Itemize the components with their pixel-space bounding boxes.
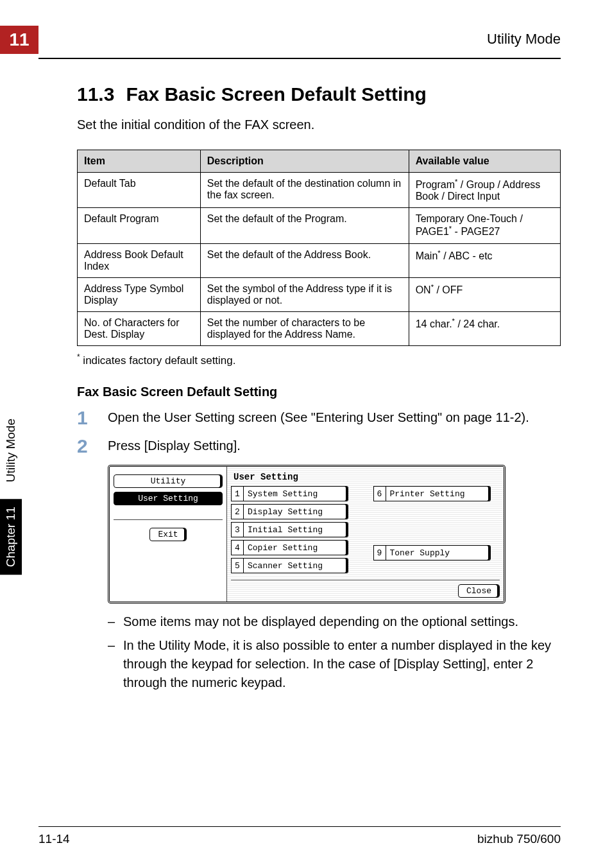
user-setting-tab[interactable]: User Setting (114, 492, 223, 505)
toner-supply-button[interactable]: 9Toner Supply (373, 545, 500, 560)
table-row: Default Program Set the default of the P… (78, 208, 561, 243)
copier-setting-button[interactable]: 4Copier Setting (231, 540, 358, 555)
col-header-available-value: Available value (409, 150, 560, 173)
utility-tab[interactable]: Utility (114, 474, 223, 488)
header-rule (38, 58, 561, 59)
cell-value: Program* / Group / Address Book / Direct… (409, 173, 560, 208)
section-number: 11.3 (77, 83, 114, 105)
chapter-tab: 11 (0, 26, 38, 54)
notes-list: –Some items may not be displayed dependi… (108, 612, 561, 692)
printer-setting-button[interactable]: 6Printer Setting (373, 486, 500, 501)
close-button[interactable]: Close (458, 584, 500, 598)
initial-setting-button[interactable]: 3Initial Setting (231, 522, 358, 537)
list-item: –Some items may not be displayed dependi… (108, 612, 561, 631)
intro-paragraph: Set the initial condition of the FAX scr… (77, 116, 561, 134)
cell-value: ON* / OFF (409, 277, 560, 311)
table-row: Address Book Default Index Set the defau… (78, 243, 561, 277)
step-text: Open the User Setting screen (See "Enter… (108, 408, 529, 427)
col-header-item: Item (78, 150, 201, 173)
device-screenshot: Utility User Setting Exit User Setting 1… (108, 465, 506, 603)
cell-desc: Set the default of the destination colum… (200, 173, 409, 208)
list-item: –In the Utility Mode, it is also possibl… (108, 636, 561, 692)
side-tab: Chapter 11 Utility Mode (0, 411, 22, 575)
col-header-description: Description (200, 150, 409, 173)
table-row: Default Tab Set the default of the desti… (78, 173, 561, 208)
footnote: * indicates factory default setting. (77, 352, 561, 367)
side-tab-mode: Utility Mode (0, 411, 22, 490)
product-name: bizhub 750/600 (477, 832, 561, 846)
settings-table: Item Description Available value Default… (77, 150, 561, 346)
step-2: 2 Press [Display Setting]. (77, 437, 561, 456)
header-right-title: Utility Mode (487, 31, 561, 48)
panel-title: User Setting (231, 471, 500, 483)
section-heading: 11.3Fax Basic Screen Default Setting (77, 83, 561, 105)
cell-item: No. of Characters for Dest. Display (78, 311, 201, 345)
page-number: 11-14 (38, 832, 70, 846)
cell-item: Default Program (78, 208, 201, 243)
subheading: Fax Basic Screen Default Setting (77, 385, 561, 399)
cell-value: Temporary One-Touch / PAGE1* - PAGE27 (409, 208, 560, 243)
step-number: 1 (77, 408, 108, 428)
table-row: No. of Characters for Dest. Display Set … (78, 311, 561, 345)
step-1: 1 Open the User Setting screen (See "Ent… (77, 408, 561, 428)
system-setting-button[interactable]: 1System Setting (231, 486, 358, 501)
side-tab-chapter: Chapter 11 (0, 499, 22, 575)
section-title: Fax Basic Screen Default Setting (126, 83, 427, 105)
step-number: 2 (77, 437, 108, 456)
cell-desc: Set the number of characters to be displ… (200, 311, 409, 345)
cell-item: Address Book Default Index (78, 243, 201, 277)
display-setting-button[interactable]: 2Display Setting (231, 504, 358, 519)
cell-desc: Set the default of the Address Book. (200, 243, 409, 277)
footer-rule (38, 826, 561, 827)
cell-desc: Set the symbol of the Address type if it… (200, 277, 409, 311)
cell-item: Default Tab (78, 173, 201, 208)
cell-value: Main* / ABC - etc (409, 243, 560, 277)
scanner-setting-button[interactable]: 5Scanner Setting (231, 558, 358, 573)
cell-value: 14 char.* / 24 char. (409, 311, 560, 345)
table-row: Address Type Symbol Display Set the symb… (78, 277, 561, 311)
cell-desc: Set the default of the Program. (200, 208, 409, 243)
step-text: Press [Display Setting]. (108, 437, 241, 455)
cell-item: Address Type Symbol Display (78, 277, 201, 311)
exit-button[interactable]: Exit (149, 528, 186, 541)
